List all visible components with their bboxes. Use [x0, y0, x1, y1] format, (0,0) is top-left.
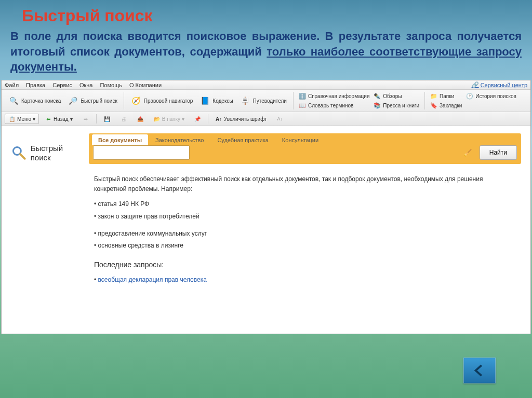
- example-item: основные средства в лизинге: [94, 240, 516, 252]
- menu-file[interactable]: Файл: [5, 82, 19, 88]
- main-toolbar: 🔍 Карточка поиска 🔎 Быстрый поиск 🧭 Прав…: [2, 90, 530, 112]
- signpost-icon: 🪧: [240, 95, 251, 106]
- arrow-left-icon: ⬅: [45, 115, 52, 122]
- bookmark-add-button[interactable]: 📌: [190, 114, 205, 124]
- service-center-link[interactable]: 🔗 Сервисный центр: [472, 81, 527, 88]
- print-button[interactable]: 🖨: [116, 114, 131, 124]
- menu-edit[interactable]: Правка: [26, 82, 45, 88]
- bookmarks-label: Закладки: [440, 103, 462, 108]
- recent-queries-title: Последние запросы:: [94, 259, 516, 270]
- search-input[interactable]: [93, 145, 190, 160]
- books-icon: 📚: [374, 102, 381, 109]
- link-icon: 🔗: [472, 81, 479, 88]
- search-tabs: Все документы Законодательство Судебная …: [89, 133, 521, 145]
- recent-query-link[interactable]: всеобщая декларация прав человека: [94, 275, 516, 285]
- tab-consultations[interactable]: Консультации: [276, 134, 325, 145]
- menu-button[interactable]: 📋 Меню ▾: [5, 114, 39, 124]
- bookmark-icon: 🔖: [430, 102, 437, 109]
- codex-button[interactable]: 📘 Кодексы: [196, 93, 236, 108]
- folder-icon: 📁: [430, 92, 437, 100]
- examples-list: статья 149 НК РФ закон о защите прав пот…: [94, 198, 516, 252]
- to-folder-label: В папку: [162, 116, 180, 122]
- separator: [208, 114, 208, 123]
- export-icon: 📤: [137, 115, 144, 122]
- quick-search-label: Быстрый поиск: [81, 98, 117, 104]
- history-button[interactable]: 🕑 История поисков: [464, 92, 518, 100]
- menu-about[interactable]: О Компании: [129, 82, 162, 88]
- clear-input-icon[interactable]: 🧹: [463, 148, 472, 157]
- forward-button[interactable]: ➡: [78, 114, 93, 124]
- prev-slide-button[interactable]: [463, 358, 496, 383]
- compass-icon: 🧭: [130, 95, 142, 106]
- tab-legislation[interactable]: Законодательство: [149, 134, 210, 145]
- search-input-wrap: 🧹: [93, 145, 475, 160]
- arrow-left-icon: [472, 363, 487, 378]
- font-decrease-icon: A↓: [276, 115, 284, 122]
- save-button[interactable]: 💾: [100, 114, 114, 124]
- folders-button[interactable]: 📁 Папки: [428, 92, 464, 100]
- quick-search-heading: Быстрый поиск: [11, 133, 78, 323]
- guides-label: Путеводители: [253, 98, 287, 104]
- menu-help[interactable]: Помощь: [100, 82, 122, 88]
- pen-icon: ✒️: [374, 92, 381, 100]
- chevron-down-icon: ▾: [70, 116, 73, 122]
- menubar-items: Файл Правка Сервис Окна Помощь О Компани…: [5, 82, 162, 88]
- description-block: Быстрый поиск обеспечивает эффективный п…: [89, 164, 521, 285]
- history-label: История поисков: [475, 93, 516, 99]
- find-button[interactable]: Найти: [480, 145, 517, 160]
- tab-court-practice[interactable]: Судебная практика: [211, 134, 274, 145]
- enlarge-font-button[interactable]: A↑ Увеличить шрифт: [211, 114, 271, 124]
- press-label: Пресса и книги: [383, 103, 419, 108]
- secondary-toolbar: 📋 Меню ▾ ⬅ Назад ▾ ➡ 💾 🖨 📤 📂 В папку ▾ 📌…: [2, 112, 530, 126]
- dict-label: Словарь терминов: [308, 103, 354, 108]
- magnifier-icon: [11, 144, 26, 161]
- app-window: Файл Правка Сервис Окна Помощь О Компани…: [1, 80, 531, 334]
- search-box: Все документы Законодательство Судебная …: [89, 133, 521, 164]
- history-icon: 🕑: [466, 92, 473, 100]
- quick-search-heading-text: Быстрый поиск: [31, 144, 78, 162]
- reviews-button[interactable]: ✒️ Обзоры: [371, 92, 421, 100]
- card-search-button[interactable]: 🔍 Карточка поиска: [5, 93, 64, 108]
- info-icon: ℹ️: [299, 92, 306, 100]
- slide-title: Быстрый поиск: [0, 0, 532, 25]
- guides-button[interactable]: 🪧 Путеводители: [236, 93, 290, 108]
- card-search-label: Карточка поиска: [21, 98, 61, 104]
- press-button[interactable]: 📚 Пресса и книги: [371, 101, 421, 109]
- tab-all-documents[interactable]: Все документы: [92, 134, 148, 145]
- svg-line-1: [20, 154, 25, 159]
- legal-nav-button[interactable]: 🧭 Правовой навигатор: [127, 93, 196, 108]
- menu-service[interactable]: Сервис: [52, 82, 72, 88]
- legal-nav-label: Правовой навигатор: [144, 98, 193, 104]
- menu-windows[interactable]: Окна: [79, 82, 93, 88]
- arrow-right-icon: ➡: [82, 115, 89, 122]
- folder-add-icon: 📂: [153, 115, 161, 122]
- book-icon: 📘: [199, 95, 210, 106]
- bookmarks-button[interactable]: 🔖 Закладки: [428, 101, 464, 109]
- content-area: Быстрый поиск Все документы Законодатель…: [2, 126, 530, 334]
- example-item: статья 149 НК РФ: [94, 198, 516, 210]
- card-search-icon: 🔍: [8, 95, 19, 106]
- font-increase-icon: A↑: [215, 115, 222, 122]
- chevron-down-icon: ▾: [33, 116, 35, 122]
- export-button[interactable]: 📤: [133, 114, 148, 124]
- print-icon: 🖨: [120, 115, 127, 122]
- menubar: Файл Правка Сервис Окна Помощь О Компани…: [2, 80, 530, 90]
- to-folder-button[interactable]: 📂 В папку ▾: [150, 114, 188, 124]
- enlarge-label: Увеличить шрифт: [224, 116, 267, 122]
- back-label: Назад: [54, 116, 69, 122]
- back-button[interactable]: ⬅ Назад ▾: [41, 114, 76, 124]
- slide-description: В поле для поиска вводится поисковое выр…: [0, 25, 532, 80]
- menu-btn-label: Меню: [17, 116, 31, 122]
- folders-label: Папки: [440, 93, 454, 99]
- shrink-font-button[interactable]: A↓: [273, 114, 287, 124]
- quick-search-icon: 🔎: [67, 95, 78, 106]
- ref-info-label: Справочная информация: [308, 93, 369, 99]
- quick-search-button[interactable]: 🔎 Быстрый поиск: [64, 93, 120, 108]
- menu-icon: 📋: [8, 115, 16, 122]
- ref-info-button[interactable]: ℹ️ Справочная информация: [297, 92, 371, 100]
- codex-label: Кодексы: [212, 98, 233, 104]
- dict-button[interactable]: 📖 Словарь терминов: [297, 101, 371, 109]
- reviews-label: Обзоры: [383, 93, 402, 99]
- dictionary-icon: 📖: [299, 102, 306, 109]
- pushpin-icon: 📌: [194, 115, 201, 122]
